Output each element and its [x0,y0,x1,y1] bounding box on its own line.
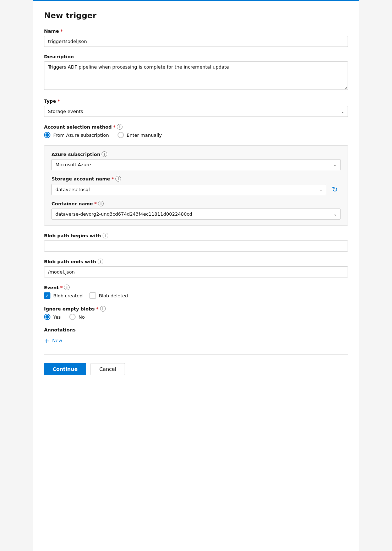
container-name-label: Container name * i [51,201,341,206]
type-field-group: Type * Storage events Schedule Tumbling … [44,98,348,117]
blob-path-begins-group: Blob path begins with i [44,233,348,252]
event-field-group: Event * i Blob created Blob deleted [44,285,348,299]
blob-path-ends-info-icon[interactable]: i [98,259,103,264]
event-checkbox-group: Blob created Blob deleted [44,292,348,299]
container-name-info-icon[interactable]: i [98,201,104,206]
event-required-star: * [60,285,63,290]
storage-account-select-with-refresh: dataversetosql ⌄ ↻ [51,184,341,195]
ignore-empty-blobs-group: Ignore empty blobs * i Yes No [44,306,348,320]
container-name-select-wrapper: dataverse-devorg2-unq3cd674d243f4ec11811… [51,209,341,220]
name-label: Name * [44,28,348,34]
blob-deleted-label: Blob deleted [99,293,128,298]
account-selection-radio-group: From Azure subscription Enter manually [44,132,348,138]
name-field-group: Name * [44,28,348,47]
ignore-empty-no[interactable]: No [69,314,85,320]
ignore-empty-yes[interactable]: Yes [44,314,61,320]
azure-subscription-group: Azure subscription i Microsoft Azure ⌄ [51,151,341,170]
radio-enter-manually[interactable]: Enter manually [118,132,162,138]
name-input[interactable] [44,36,348,47]
description-field-group: Description Triggers ADF pipeline when p… [44,54,348,91]
azure-subscription-select[interactable]: Microsoft Azure [51,159,341,170]
ignore-empty-blobs-label: Ignore empty blobs * i [44,306,348,312]
refresh-icon: ↻ [332,185,338,194]
description-input[interactable]: Triggers ADF pipeline when processing is… [44,61,348,90]
ignore-empty-no-label: No [78,314,85,320]
radio-azure-label: From Azure subscription [53,133,109,138]
cancel-button[interactable]: Cancel [91,363,125,375]
type-select[interactable]: Storage events Schedule Tumbling window [44,106,348,117]
container-name-required-star: * [94,201,97,206]
radio-azure-circle [44,132,50,138]
blob-path-begins-info-icon[interactable]: i [103,233,108,238]
event-info-icon[interactable]: i [64,285,70,290]
blob-path-ends-group: Blob path ends with i [44,259,348,277]
ignore-empty-info-icon[interactable]: i [100,306,106,312]
ignore-empty-radio-group: Yes No [44,314,348,320]
radio-azure-subscription[interactable]: From Azure subscription [44,132,109,138]
blob-created-checkbox [44,292,50,299]
blob-path-ends-label: Blob path ends with i [44,259,348,264]
blob-created-checkbox-item[interactable]: Blob created [44,292,82,299]
annotations-section: Annotations + New [44,327,348,346]
azure-subscription-info-icon[interactable]: i [102,151,107,157]
azure-subscription-label: Azure subscription i [51,151,341,157]
annotations-new-label: New [52,338,62,343]
type-select-wrapper: Storage events Schedule Tumbling window … [44,106,348,117]
annotations-label: Annotations [44,327,348,333]
storage-account-label: Storage account name * i [51,176,341,182]
footer-buttons: Continue Cancel [44,363,348,375]
blob-path-begins-input[interactable] [44,241,348,252]
account-selection-group: Account selection method * i From Azure … [44,124,348,138]
container-name-select[interactable]: dataverse-devorg2-unq3cd674d243f4ec11811… [51,209,341,220]
storage-account-group: Storage account name * i dataversetosql … [51,176,341,195]
blob-created-label: Blob created [53,293,82,298]
blob-deleted-checkbox [89,292,96,299]
storage-account-info-icon[interactable]: i [115,176,121,182]
type-label: Type * [44,98,348,104]
annotations-new-button[interactable]: + New [44,335,62,346]
blob-path-ends-input[interactable] [44,266,348,277]
radio-manual-circle [118,132,124,138]
continue-button[interactable]: Continue [44,363,86,375]
subscription-box: Azure subscription i Microsoft Azure ⌄ S… [44,145,348,226]
ignore-empty-required-star: * [96,306,99,312]
ignore-empty-no-circle [69,314,76,320]
event-label: Event * i [44,285,348,290]
new-trigger-panel: New trigger Name * Description Triggers … [33,0,359,551]
account-selection-info-icon[interactable]: i [117,124,123,130]
account-selection-required-star: * [113,124,116,130]
azure-subscription-select-wrapper: Microsoft Azure ⌄ [51,159,341,170]
footer-divider [44,354,348,355]
plus-icon: + [44,337,49,344]
storage-account-refresh-button[interactable]: ↻ [329,184,341,195]
radio-manual-label: Enter manually [127,133,162,138]
ignore-empty-yes-circle [44,314,50,320]
container-name-group: Container name * i dataverse-devorg2-unq… [51,201,341,220]
blob-path-begins-label: Blob path begins with i [44,233,348,238]
storage-account-select-wrapper: dataversetosql ⌄ [51,184,326,195]
panel-title: New trigger [44,11,348,20]
type-required-star: * [58,98,60,104]
storage-account-select[interactable]: dataversetosql [51,184,326,195]
blob-deleted-checkbox-item[interactable]: Blob deleted [89,292,128,299]
account-selection-label: Account selection method * i [44,124,348,130]
name-required-star: * [60,28,63,34]
ignore-empty-yes-label: Yes [53,314,61,320]
description-label: Description [44,54,348,59]
storage-account-required-star: * [111,176,114,182]
